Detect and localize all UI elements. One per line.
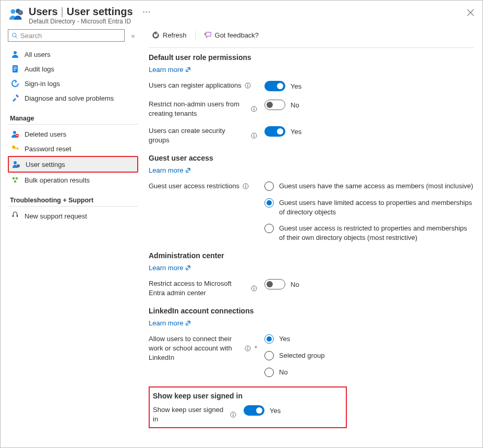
section-admin-center: Administration center Learn more Restric… bbox=[149, 251, 474, 297]
external-link-icon bbox=[185, 320, 191, 326]
section-title: Default user role permissions bbox=[149, 53, 474, 62]
section-linkedin: LinkedIn account connections Learn more … bbox=[149, 307, 474, 377]
info-icon[interactable] bbox=[251, 106, 257, 112]
collapse-sidebar-button[interactable]: « bbox=[128, 32, 138, 40]
section-keep-signed-in: Show keep user signed in Show keep user … bbox=[149, 386, 347, 428]
sidebar-item-deleted-users[interactable]: Deleted users bbox=[8, 127, 138, 141]
learn-more-label: Learn more bbox=[149, 264, 183, 272]
svg-rect-9 bbox=[14, 68, 17, 69]
toggle-register-apps[interactable] bbox=[264, 81, 285, 91]
sidebar-search-input[interactable]: Search bbox=[8, 29, 125, 42]
title-separator: | bbox=[61, 6, 64, 18]
info-icon[interactable] bbox=[245, 82, 251, 89]
radio-linkedin-yes[interactable]: Yes bbox=[264, 334, 324, 344]
learn-more-label: Learn more bbox=[149, 319, 183, 327]
learn-more-link[interactable]: Learn more bbox=[149, 166, 191, 174]
key-icon bbox=[11, 144, 19, 153]
deleted-user-icon bbox=[11, 130, 19, 138]
sidebar-item-signin-logs[interactable]: Sign-in logs bbox=[8, 76, 138, 91]
radio-guest-inclusive[interactable]: Guest users have the same access as memb… bbox=[264, 181, 474, 191]
sidebar-group-support: Troubleshooting + Support bbox=[10, 197, 136, 204]
toggle-security-groups[interactable] bbox=[264, 126, 285, 137]
window-root: Users | User settings ⋯ Default Director… bbox=[0, 0, 483, 448]
toggle-restrict-admin-center[interactable] bbox=[264, 279, 285, 289]
setting-label: Allow users to connect their work or sch… bbox=[149, 334, 242, 362]
svg-rect-31 bbox=[253, 135, 254, 137]
search-placeholder: Search bbox=[20, 32, 42, 40]
toggle-keep-signed-in[interactable] bbox=[244, 405, 264, 416]
toggle-state: Yes bbox=[291, 128, 301, 136]
radio-label: No bbox=[279, 368, 288, 377]
page-subtitle: Default Directory - Microsoft Entra ID bbox=[29, 18, 474, 25]
svg-line-5 bbox=[16, 37, 17, 38]
setting-label: Users can register applications bbox=[149, 81, 242, 90]
radio-linkedin-selected-group[interactable]: Selected group bbox=[264, 351, 324, 360]
radio-guest-restrictive[interactable]: Guest user access is restricted to prope… bbox=[264, 224, 474, 242]
external-link-icon bbox=[185, 167, 191, 173]
required-star: * bbox=[255, 344, 257, 353]
toggle-state: Yes bbox=[291, 82, 301, 90]
svg-point-22 bbox=[204, 33, 206, 35]
section-title: Guest user access bbox=[149, 154, 474, 162]
sidebar-item-diagnose[interactable]: Diagnose and solve problems bbox=[8, 91, 138, 105]
toggle-restrict-tenants[interactable] bbox=[264, 100, 285, 110]
svg-rect-16 bbox=[17, 148, 18, 150]
sidebar-item-password-reset[interactable]: Password reset bbox=[8, 141, 138, 156]
page-title: Users | User settings ⋯ bbox=[29, 6, 474, 18]
feedback-label: Got feedback? bbox=[215, 31, 259, 39]
divider bbox=[149, 47, 474, 48]
feedback-button[interactable]: Got feedback? bbox=[201, 30, 262, 40]
sidebar-item-all-users[interactable]: All users bbox=[8, 47, 138, 62]
blade-header: Users | User settings ⋯ Default Director… bbox=[1, 1, 482, 28]
nav-label: Sign-in logs bbox=[25, 80, 60, 88]
svg-point-27 bbox=[253, 107, 255, 108]
document-icon bbox=[11, 65, 19, 73]
radio-linkedin-no[interactable]: No bbox=[264, 368, 324, 377]
svg-rect-34 bbox=[246, 186, 246, 188]
external-link-icon bbox=[185, 265, 191, 271]
svg-point-39 bbox=[247, 346, 248, 347]
tools-icon bbox=[11, 94, 19, 102]
info-icon[interactable] bbox=[230, 411, 236, 418]
person-icon bbox=[11, 50, 19, 58]
radio-guest-limited[interactable]: Guest users have limited access to prope… bbox=[264, 198, 474, 216]
sidebar-item-new-support[interactable]: New support request bbox=[8, 209, 138, 223]
svg-point-36 bbox=[253, 287, 255, 288]
learn-more-link[interactable]: Learn more bbox=[149, 66, 191, 74]
toggle-state: No bbox=[291, 281, 299, 288]
more-menu-button[interactable]: ⋯ bbox=[140, 7, 153, 17]
refresh-label: Refresh bbox=[163, 31, 187, 39]
radio-label: Guest users have limited access to prope… bbox=[279, 198, 474, 216]
setting-label: Users can create security groups bbox=[149, 126, 248, 144]
nav-label: Bulk operation results bbox=[25, 176, 90, 184]
learn-more-link[interactable]: Learn more bbox=[149, 319, 191, 327]
sidebar-item-audit-logs[interactable]: Audit logs bbox=[8, 62, 138, 76]
info-icon[interactable] bbox=[243, 183, 249, 189]
sidebar-item-user-settings[interactable]: User settings bbox=[8, 156, 138, 173]
svg-point-20 bbox=[16, 177, 18, 180]
refresh-button[interactable]: Refresh bbox=[149, 30, 190, 40]
search-icon bbox=[11, 32, 18, 39]
info-icon[interactable] bbox=[251, 285, 257, 292]
svg-rect-13 bbox=[16, 135, 18, 136]
info-icon[interactable] bbox=[251, 132, 257, 139]
info-icon[interactable] bbox=[245, 345, 251, 352]
svg-rect-25 bbox=[247, 85, 248, 87]
users-header-icon bbox=[9, 8, 23, 22]
learn-more-link[interactable]: Learn more bbox=[149, 264, 191, 272]
signin-icon bbox=[11, 79, 19, 88]
svg-point-0 bbox=[11, 9, 16, 14]
setting-label: Show keep user signed in bbox=[153, 405, 227, 423]
radio-label: Guest user access is restricted to prope… bbox=[279, 224, 474, 242]
sidebar: Search « All users Audit logs Sign-in lo… bbox=[1, 28, 142, 447]
section-default-permissions: Default user role permissions Learn more… bbox=[149, 53, 474, 144]
close-button[interactable] bbox=[465, 7, 476, 20]
setting-label: Restrict access to Microsoft Entra admin… bbox=[149, 279, 248, 297]
svg-point-24 bbox=[247, 83, 248, 84]
support-icon bbox=[11, 212, 19, 220]
sidebar-item-bulk-results[interactable]: Bulk operation results bbox=[8, 173, 138, 187]
section-title: Administration center bbox=[149, 251, 474, 260]
svg-rect-40 bbox=[247, 348, 248, 350]
main-content: Refresh Got feedback? Default user role … bbox=[142, 28, 482, 447]
svg-point-33 bbox=[245, 185, 246, 186]
